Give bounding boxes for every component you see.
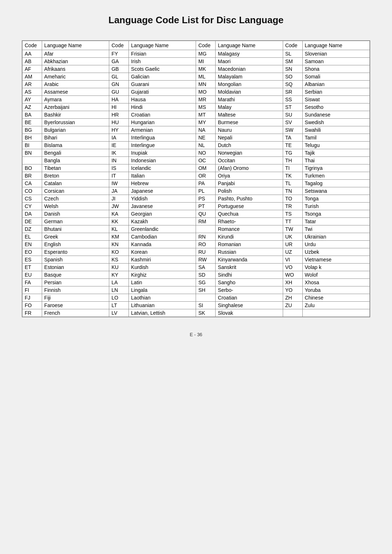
row25-col1-code: KN: [109, 241, 129, 248]
row1-col1-code: GA: [109, 58, 129, 65]
row20-col0-lang: Welsh: [42, 203, 109, 210]
row28-col3-lang: Volap k: [302, 264, 369, 271]
table-row: CACatalanIWHebrewPAPanjabiTLTagalog: [23, 180, 370, 187]
row23-col0-code: DZ: [23, 225, 42, 233]
row10-col1-lang: Armenian: [129, 126, 196, 134]
row25-col2-lang: Romanian: [216, 241, 283, 248]
row14-col0-lang: Bangla: [42, 157, 109, 164]
page-footer: E - 36: [190, 332, 203, 337]
row1-col0-lang: Abkhazian: [42, 58, 109, 65]
table-row: ENEnglishKNKannadaRORomanianURUrdu: [23, 241, 370, 248]
row20-col1-lang: Javanese: [129, 203, 196, 210]
row26-col2-code: RU: [196, 248, 216, 256]
row29-col1-code: KY: [109, 271, 129, 279]
row9-col2-lang: Burmese: [216, 119, 283, 126]
row7-col2-lang: Malay: [216, 103, 283, 111]
row4-col2-code: MN: [196, 81, 216, 88]
row26-col3-code: UZ: [283, 248, 302, 256]
row15-col0-lang: Tibetan: [42, 164, 109, 172]
row22-col2-lang: Rhaeto-: [216, 218, 283, 225]
row19-col0-code: CS: [23, 195, 42, 203]
row6-col2-lang: Marathi: [216, 96, 283, 103]
row8-col3-code: SU: [283, 111, 302, 119]
row7-col2-code: MS: [196, 103, 216, 111]
row22-col2-code: RM: [196, 218, 216, 225]
row12-col1-lang: Interlingue: [129, 142, 196, 149]
row22-col0-lang: German: [42, 218, 109, 225]
row1-col3-lang: Samoan: [302, 58, 369, 65]
row18-col0-lang: Corsican: [42, 187, 109, 195]
row29-col2-code: SD: [196, 271, 216, 279]
row18-col3-lang: Setswana: [302, 187, 369, 195]
row13-col0-code: BN: [23, 149, 42, 157]
table-row: AZAzerbaijaniHIHindiMSMalaySTSesotho: [23, 103, 370, 111]
row23-col1-lang: Greenlandic: [129, 225, 196, 233]
row5-col1-lang: Gujarati: [129, 88, 196, 96]
row10-col3-code: SW: [283, 126, 302, 134]
row10-col3-lang: Swahili: [302, 126, 369, 134]
row19-col3-lang: Tonga: [302, 195, 369, 203]
row32-col0-lang: Fiji: [42, 294, 109, 302]
table-row: FOFaroeseLTLithuanianSISinghaleseZUZulu: [23, 302, 370, 309]
row30-col1-lang: Latin: [129, 279, 196, 286]
row0-col2-code: MG: [196, 50, 216, 58]
row21-col1-code: KA: [109, 210, 129, 218]
row20-col3-code: TR: [283, 203, 302, 210]
table-row: ESSpanishKSKashmiriRWKinyarwandaVIVietna…: [23, 256, 370, 264]
row3-col3-code: SO: [283, 73, 302, 81]
table-row: BIBislamaIEInterlingueNLDutchTETelugu: [23, 142, 370, 149]
row12-col1-code: IE: [109, 142, 129, 149]
row2-col3-lang: Shona: [302, 65, 369, 73]
row8-col2-code: MT: [196, 111, 216, 119]
table-header-row: Code Language Name Code Language Name Co…: [23, 41, 370, 50]
row10-col2-lang: Nauru: [216, 126, 283, 134]
table-row: DZBhutaniKLGreenlandicRomanceTWTwi: [23, 225, 370, 233]
row33-col2-code: SI: [196, 302, 216, 309]
row11-col3-code: TA: [283, 134, 302, 142]
row24-col1-lang: Cambodian: [129, 233, 196, 241]
table-row: FIFinnishLNLingalaSHSerbo-YOYoruba: [23, 286, 370, 294]
row32-col1-lang: Laothian: [129, 294, 196, 302]
row28-col2-code: SA: [196, 264, 216, 271]
table-row: DADanishKAGeorgianQUQuechuaTSTsonga: [23, 210, 370, 218]
row31-col3-code: YO: [283, 286, 302, 294]
table-row: AAAfarFYFrisianMGMalagasySLSlovenian: [23, 50, 370, 58]
row30-col2-code: SG: [196, 279, 216, 286]
row5-col0-lang: Assamese: [42, 88, 109, 96]
row18-col2-code: PL: [196, 187, 216, 195]
row34-col1-lang: Latvian, Lettish: [129, 309, 196, 317]
row23-col2-lang: Romance: [216, 225, 283, 233]
row10-col1-code: HY: [109, 126, 129, 134]
row15-col1-lang: Icelandic: [129, 164, 196, 172]
row25-col3-lang: Urdu: [302, 241, 369, 248]
row22-col3-lang: Tatar: [302, 218, 369, 225]
row5-col2-lang: Moldavian: [216, 88, 283, 96]
table-row: ARArabicGNGuaraniMNMongolianSQAlbanian: [23, 81, 370, 88]
row12-col0-lang: Bislama: [42, 142, 109, 149]
row31-col1-code: LN: [109, 286, 129, 294]
row3-col1-lang: Galician: [129, 73, 196, 81]
row27-col2-lang: Kinyarwanda: [216, 256, 283, 264]
row23-col1-code: KL: [109, 225, 129, 233]
row21-col0-lang: Danish: [42, 210, 109, 218]
row5-col3-code: SR: [283, 88, 302, 96]
row27-col3-code: VI: [283, 256, 302, 264]
row23-col3-lang: Twi: [302, 225, 369, 233]
row12-col0-code: BI: [23, 142, 42, 149]
row1-col0-code: AB: [23, 58, 42, 65]
row2-col0-lang: Afrikaans: [42, 65, 109, 73]
row15-col3-code: TI: [283, 164, 302, 172]
row19-col1-code: JI: [109, 195, 129, 203]
row7-col1-lang: Hindi: [129, 103, 196, 111]
col4-lang-header: Language Name: [302, 41, 369, 50]
row11-col0-lang: Bihari: [42, 134, 109, 142]
row20-col1-code: JW: [109, 203, 129, 210]
table-row: BRBretonITItalianOROriyaTKTurkmen: [23, 172, 370, 180]
row8-col0-code: BA: [23, 111, 42, 119]
row29-col1-lang: Kirghiz: [129, 271, 196, 279]
language-table-wrapper: Code Language Name Code Language Name Co…: [22, 40, 370, 317]
table-row: BNBengaliIKInupiakNONorwegianTGTajik: [23, 149, 370, 157]
row9-col2-code: MY: [196, 119, 216, 126]
row5-col1-code: GU: [109, 88, 129, 96]
row17-col3-code: TL: [283, 180, 302, 187]
